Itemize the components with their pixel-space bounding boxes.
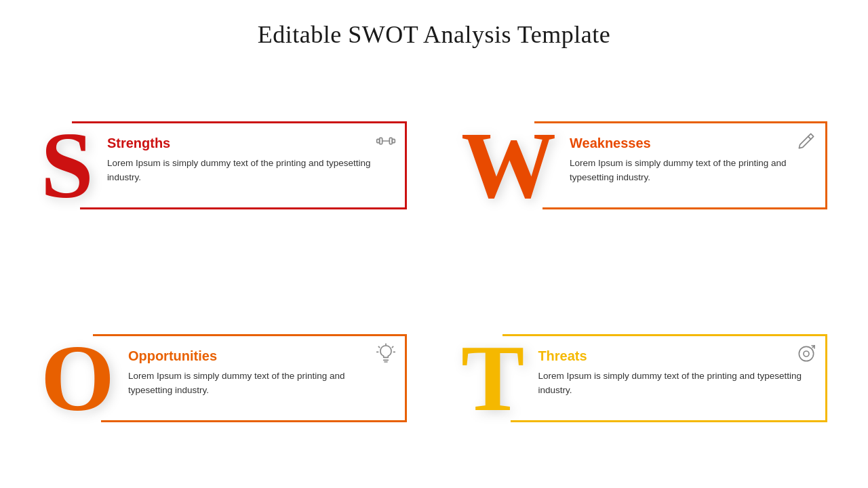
svg-line-9 xyxy=(378,346,379,347)
threats-text: Lorem Ipsum is simply dummy text of the … xyxy=(538,369,812,398)
svg-line-5 xyxy=(808,136,811,139)
threats-box: Threats Lorem Ipsum is simply dummy text… xyxy=(511,334,827,422)
target-icon xyxy=(795,343,817,369)
weaknesses-text: Lorem Ipsum is simply dummy text of the … xyxy=(570,157,812,185)
strengths-text: Lorem Ipsum is simply dummy text of the … xyxy=(107,157,391,185)
opportunities-letter: O xyxy=(41,331,115,426)
page: Editable SWOT Analysis Template S Streng… xyxy=(0,0,868,488)
threats-card: T Threats Lorem Ipsum is simply dummy te… xyxy=(461,289,827,468)
strengths-box: Strengths Lorem Ipsum is simply dummy te… xyxy=(80,121,407,209)
weaknesses-letter: W xyxy=(461,118,556,213)
svg-line-10 xyxy=(392,346,393,347)
opportunities-text: Lorem Ipsum is simply dummy text of the … xyxy=(128,369,391,398)
strengths-title: Strengths xyxy=(107,136,391,151)
dumbbell-icon xyxy=(375,130,397,156)
weaknesses-title: Weaknesses xyxy=(570,136,812,151)
pencil-icon xyxy=(795,130,817,156)
svg-point-14 xyxy=(804,351,809,357)
swot-grid: S Strengths Lorem Ipsum is simply dummy … xyxy=(41,76,827,468)
strengths-letter: S xyxy=(41,118,94,213)
svg-point-13 xyxy=(799,346,813,361)
opportunities-box: Opportunities Lorem Ipsum is simply dumm… xyxy=(101,334,407,422)
threats-title: Threats xyxy=(538,348,812,364)
weaknesses-box: Weaknesses Lorem Ipsum is simply dummy t… xyxy=(542,121,827,209)
opportunities-title: Opportunities xyxy=(128,348,391,364)
strengths-card: S Strengths Lorem Ipsum is simply dummy … xyxy=(41,76,407,255)
lightbulb-icon xyxy=(375,343,397,369)
page-title: Editable SWOT Analysis Template xyxy=(258,20,611,49)
threats-letter: T xyxy=(461,331,524,426)
weaknesses-card: W Weaknesses Lorem Ipsum is simply dummy… xyxy=(461,76,827,255)
opportunities-card: O Opportunities Lore xyxy=(41,289,407,468)
